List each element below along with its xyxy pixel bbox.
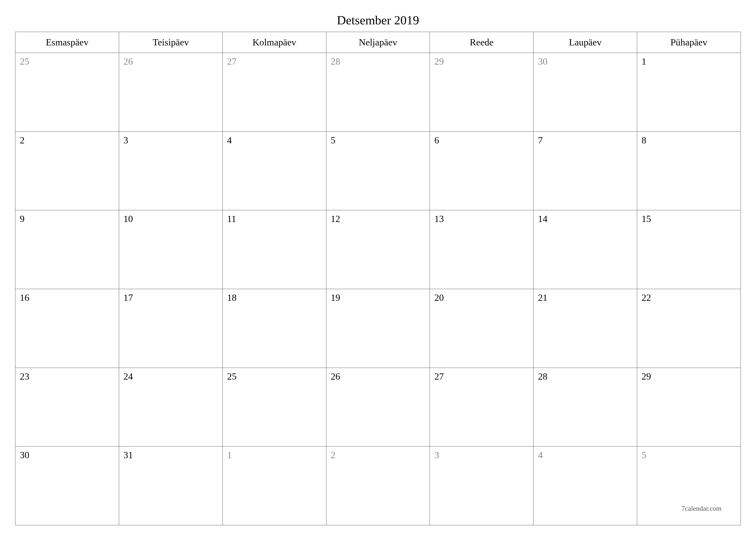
day-number: 11: [227, 214, 236, 224]
calendar-day-cell: 11: [223, 210, 326, 289]
calendar-day-cell: 15: [637, 210, 741, 289]
day-number: 28: [331, 56, 340, 67]
calendar-day-cell: 28: [533, 368, 637, 446]
day-number: 14: [538, 214, 547, 224]
weekday-header: Reede: [430, 32, 533, 53]
calendar-day-cell: 5: [637, 446, 741, 525]
calendar-day-cell: 31: [119, 446, 223, 525]
day-number: 19: [331, 292, 340, 303]
calendar-body: 2526272829301234567891011121314151617181…: [15, 53, 741, 525]
calendar-day-cell: 4: [533, 446, 637, 525]
calendar-day-cell: 4: [223, 132, 326, 210]
calendar-day-cell: 14: [533, 210, 637, 289]
calendar-day-cell: 23: [15, 368, 119, 446]
calendar-day-cell: 17: [119, 289, 223, 368]
day-number: 28: [538, 371, 547, 382]
calendar-day-cell: 18: [223, 289, 326, 368]
calendar-day-cell: 26: [326, 368, 430, 446]
footer-credit: 7calendar.com: [682, 504, 721, 513]
calendar-day-cell: 3: [119, 132, 223, 210]
day-number: 10: [123, 214, 133, 224]
day-number: 25: [20, 56, 29, 67]
day-number: 24: [123, 371, 133, 382]
day-number: 9: [20, 214, 25, 224]
day-number: 1: [641, 56, 646, 67]
calendar-day-cell: 29: [430, 53, 533, 132]
calendar-day-cell: 30: [533, 53, 637, 132]
calendar-day-cell: 22: [637, 289, 741, 368]
calendar-day-cell: 8: [637, 132, 741, 210]
calendar-wrap: Esmaspäev Teisipäev Kolmapäev Neljapäev …: [15, 32, 741, 525]
calendar-day-cell: 1: [223, 446, 326, 525]
calendar-week-row: 9101112131415: [15, 210, 741, 289]
calendar-table: Esmaspäev Teisipäev Kolmapäev Neljapäev …: [15, 32, 741, 525]
calendar-day-cell: 6: [430, 132, 533, 210]
day-number: 23: [20, 371, 29, 382]
calendar-week-row: 16171819202122: [15, 289, 741, 368]
weekday-header: Pühapäev: [637, 32, 741, 53]
calendar-day-cell: 30: [15, 446, 119, 525]
day-number: 31: [123, 450, 133, 460]
calendar-day-cell: 27: [223, 53, 326, 132]
day-number: 20: [434, 292, 444, 303]
day-number: 5: [641, 450, 646, 460]
calendar-day-cell: 24: [119, 368, 223, 446]
calendar-day-cell: 27: [430, 368, 533, 446]
weekday-header: Laupäev: [533, 32, 637, 53]
calendar-day-cell: 21: [533, 289, 637, 368]
calendar-title: Detsember 2019: [15, 13, 741, 27]
calendar-day-cell: 29: [637, 368, 741, 446]
day-number: 13: [434, 214, 444, 224]
calendar-day-cell: 10: [119, 210, 223, 289]
day-number: 5: [331, 135, 336, 145]
calendar-day-cell: 2: [326, 446, 430, 525]
day-number: 3: [434, 450, 439, 460]
day-number: 30: [20, 450, 29, 460]
weekday-header: Esmaspäev: [15, 32, 119, 53]
calendar-week-row: 2345678: [15, 132, 741, 210]
day-number: 26: [123, 56, 133, 67]
day-number: 21: [538, 292, 547, 303]
day-number: 1: [227, 450, 232, 460]
calendar-day-cell: 1: [637, 53, 741, 132]
calendar-week-row: 23242526272829: [15, 368, 741, 446]
day-number: 2: [331, 450, 336, 460]
weekday-header: Kolmapäev: [223, 32, 326, 53]
day-number: 27: [227, 56, 237, 67]
calendar-day-cell: 9: [15, 210, 119, 289]
day-number: 8: [641, 135, 646, 145]
day-number: 4: [538, 450, 543, 460]
day-number: 25: [227, 371, 237, 382]
weekday-header: Teisipäev: [119, 32, 223, 53]
day-number: 2: [20, 135, 25, 145]
day-number: 29: [641, 371, 651, 382]
day-number: 4: [227, 135, 232, 145]
calendar-day-cell: 3: [430, 446, 533, 525]
day-number: 29: [434, 56, 444, 67]
day-number: 18: [227, 292, 237, 303]
calendar-day-cell: 7: [533, 132, 637, 210]
calendar-day-cell: 13: [430, 210, 533, 289]
calendar-day-cell: 2: [15, 132, 119, 210]
calendar-week-row: 2526272829301: [15, 53, 741, 132]
calendar-day-cell: 26: [119, 53, 223, 132]
day-number: 30: [538, 56, 547, 67]
day-number: 17: [123, 292, 133, 303]
calendar-day-cell: 5: [326, 132, 430, 210]
calendar-day-cell: 20: [430, 289, 533, 368]
day-number: 7: [538, 135, 543, 145]
day-number: 3: [123, 135, 128, 145]
day-number: 6: [434, 135, 439, 145]
day-number: 16: [20, 292, 29, 303]
day-number: 22: [641, 292, 651, 303]
weekday-header: Neljapäev: [326, 32, 430, 53]
calendar-day-cell: 25: [223, 368, 326, 446]
day-number: 15: [641, 214, 651, 224]
day-number: 27: [434, 371, 444, 382]
calendar-week-row: 303112345: [15, 446, 741, 525]
calendar-day-cell: 25: [15, 53, 119, 132]
day-number: 12: [331, 214, 340, 224]
day-number: 26: [331, 371, 340, 382]
weekday-header-row: Esmaspäev Teisipäev Kolmapäev Neljapäev …: [15, 32, 741, 53]
calendar-day-cell: 16: [15, 289, 119, 368]
